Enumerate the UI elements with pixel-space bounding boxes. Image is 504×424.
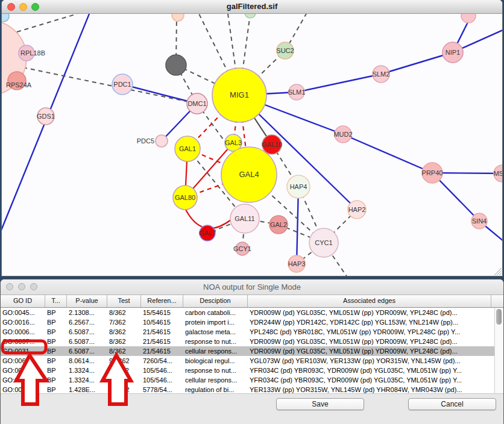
node-gal7[interactable]: GAL7 [199, 225, 216, 241]
column-header-desciption[interactable]: Desciption [183, 295, 248, 307]
table-cell: BP [45, 308, 67, 317]
network-view: RPL18BRPS24AGDS1PDC1PDC5DMC1MIG1SUC2SLM1… [2, 14, 502, 276]
node-gds1[interactable]: GDS1 [37, 108, 55, 125]
node-unlabeled[interactable] [461, 14, 476, 23]
table-cell: 8/362 [107, 337, 141, 346]
node-hap4[interactable]: HAP4 [287, 175, 310, 198]
network-edge-blue [297, 74, 381, 92]
node-cyc1[interactable]: CYC1 [309, 228, 338, 257]
minimize-button[interactable] [19, 3, 27, 11]
network-edge-dash [17, 14, 77, 32]
node-rps24a[interactable]: RPS24A [6, 72, 32, 90]
table-row[interactable]: GO:0007...BP6.5087...8/36221/54615respon… [1, 337, 503, 346]
node-hap3[interactable]: HAP3 [288, 255, 306, 272]
noa-titlebar[interactable]: NOA output for Single Mode [1, 279, 503, 295]
node-prp40[interactable]: PRP40 [422, 163, 443, 183]
save-button[interactable]: Save [276, 398, 364, 410]
node-mud2[interactable]: MUD2 [333, 126, 352, 143]
node-suc2[interactable]: SUC2 [276, 42, 294, 59]
vertical-scrollbar[interactable] [494, 308, 503, 394]
node-label: HAP4 [290, 183, 307, 190]
node-pdc1[interactable]: PDC1 [112, 74, 133, 95]
traffic-lights [7, 3, 39, 11]
table-cell: BP [45, 317, 67, 327]
button-bar: Save Cancel [1, 393, 503, 424]
node-gal11[interactable]: GAL11 [230, 204, 259, 233]
table-cell: BP [45, 327, 67, 337]
node-label: CYC1 [315, 239, 332, 246]
node-msl5[interactable]: MSL5 [494, 165, 502, 182]
network-titlebar[interactable]: galFiltered.sif [2, 0, 502, 14]
table-cell: galactose meta... [183, 327, 248, 337]
node-pdc5[interactable]: PDC5 [137, 135, 168, 147]
table-row[interactable]: GO:0031...BP1.3324...11/362105/546...cel… [1, 375, 503, 385]
table-row[interactable]: GO:0031...BP6.5087...8/36221/54615cellul… [1, 346, 503, 356]
table-row[interactable]: GO:0016...BP6.2567...7/36210/54615protei… [1, 317, 503, 327]
table-row[interactable]: GO:0045...BP2.1308...8/36215/54615carbon… [1, 308, 503, 317]
node-gcy1[interactable]: GCY1 [233, 242, 251, 255]
table-cell: 105/546... [141, 375, 183, 385]
table-cell: 21/54615 [141, 346, 183, 356]
cancel-button[interactable]: Cancel [408, 398, 496, 410]
window-title: galFiltered.sif [227, 2, 278, 11]
node-hap2[interactable]: HAP2 [348, 201, 366, 219]
node-label: GAL10 [262, 141, 282, 148]
scrollbar-thumb[interactable] [496, 309, 502, 325]
node-label: GAL2 [270, 221, 287, 228]
network-canvas[interactable]: RPL18BRPS24AGDS1PDC1PDC5DMC1MIG1SUC2SLM1… [2, 14, 502, 276]
column-header-pvalue[interactable]: P-value [67, 295, 107, 307]
table-row[interactable]: GO:0006...BP6.5087...8/36221/54615galact… [1, 327, 503, 337]
node-gal2[interactable]: GAL2 [269, 216, 288, 234]
node-label: GCY1 [233, 245, 251, 252]
node-slm2[interactable]: SLM2 [373, 66, 390, 83]
node-slm1[interactable]: SLM1 [288, 84, 306, 100]
minimize-button-inactive[interactable] [18, 283, 25, 290]
node-gal80[interactable]: GAL80 [173, 186, 197, 210]
zoom-button[interactable] [31, 3, 39, 11]
zoom-button-inactive[interactable] [30, 283, 37, 290]
table-row[interactable]: GO:0031...BP1.3324...11/362105/546...res… [1, 366, 503, 375]
node-nip1[interactable]: NIP1 [443, 42, 463, 63]
table-cell: GO:0007... [1, 337, 45, 346]
table-cell: YFR034C (pd) YBR093C, YDR009W (pd) YGL03… [248, 366, 491, 375]
node-unlabeled[interactable] [172, 14, 184, 21]
node-label: GAL11 [235, 215, 254, 222]
table-cell: 8/362 [107, 308, 141, 317]
table-row[interactable]: GO:0065...BP8.0614...94/3627260/54...bio… [1, 356, 503, 366]
table-cell: response to nut... [183, 366, 248, 375]
node-label: PDC1 [113, 81, 131, 88]
table-cell: protein import i... [183, 317, 248, 327]
node-label: GAL1 [179, 145, 196, 152]
node-gal1[interactable]: GAL1 [175, 136, 200, 161]
column-header-goid[interactable]: GO ID [1, 295, 45, 307]
column-header-t[interactable]: T... [45, 295, 67, 307]
table-cell: GO:0031... [1, 366, 45, 375]
inactive-traffic-lights [6, 283, 37, 290]
table-cell: GO:0065... [1, 356, 45, 366]
column-header-test[interactable]: Test [107, 295, 141, 307]
node-sin4[interactable]: SIN4 [471, 213, 487, 229]
node-mig1[interactable]: MIG1 [212, 68, 266, 122]
window-network: galFiltered.sif RPL18BRPS24AGDS1PDC1PDC5… [2, 0, 502, 276]
column-header-referen[interactable]: Referen... [141, 295, 183, 307]
node-label: RPL18B [20, 49, 45, 57]
table-cell: YPL248C (pd) YBR018C, YML051W (pp) YDR00… [248, 327, 491, 337]
node-label: SLM1 [288, 89, 306, 96]
node-label: GAL80 [175, 194, 195, 201]
node-dmc1[interactable]: DMC1 [187, 93, 207, 114]
node-rpl18b[interactable]: RPL18B [19, 45, 45, 61]
table-cell: BP [45, 356, 67, 366]
table-cell: YGL073W (pd) YER103W, YER133W (pp) YOR31… [248, 356, 491, 366]
table-cell: YDR009W (pd) YGL035C, YML051W (pp) YDR00… [248, 308, 491, 317]
table-cell: YFR034C (pd) YBR093C, YDR009W (pd) YGL03… [248, 375, 491, 385]
node-unlabeled[interactable] [245, 14, 256, 18]
column-header-associatededges[interactable]: Associated edges [248, 295, 491, 307]
close-button-inactive[interactable] [6, 283, 13, 290]
resize-grip[interactable] [497, 270, 502, 275]
resize-grip[interactable] [499, 273, 502, 275]
table-cell: 6.5087... [67, 346, 107, 356]
node-unlabeled[interactable] [166, 55, 186, 75]
node-unlabeled[interactable] [2, 14, 9, 22]
node-gal4[interactable]: GAL4 [221, 147, 277, 202]
close-button[interactable] [7, 3, 15, 11]
